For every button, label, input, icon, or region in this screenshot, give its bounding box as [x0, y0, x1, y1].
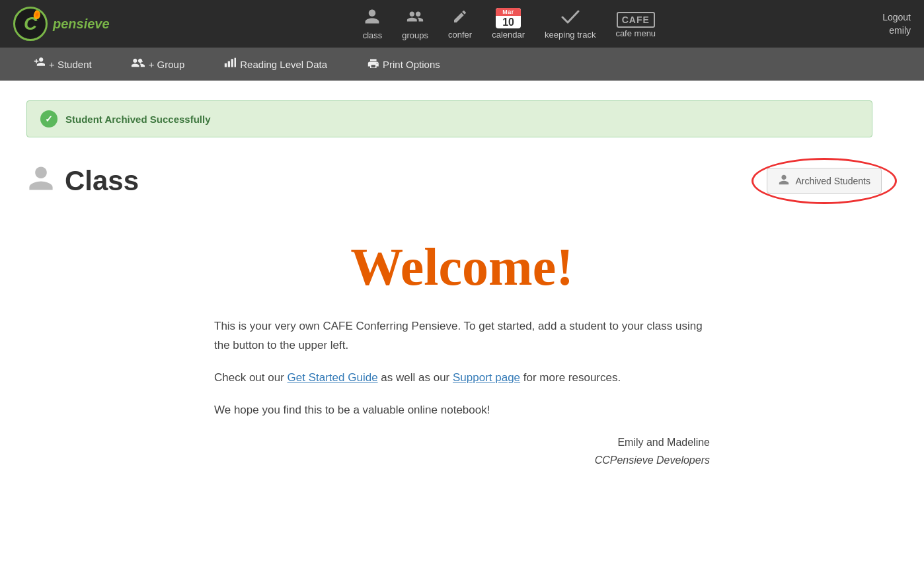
cafe-icon: CAFE [617, 10, 655, 27]
nav-item-calendar-label: calendar [492, 30, 525, 40]
class-person-icon [26, 164, 56, 198]
page-title-area: Class [26, 164, 139, 198]
success-message: Student Archived Successfully [65, 114, 211, 125]
welcome-section: Welcome! This is your very own CAFE Conf… [26, 224, 898, 489]
nav-item-cafe-menu-label: cafe menu [615, 28, 656, 38]
welcome-p2-prefix: Check out our [214, 371, 288, 384]
nav-item-keeping-track[interactable]: keeping track [545, 9, 596, 40]
print-icon [367, 57, 379, 71]
nav-item-confer[interactable]: confer [448, 9, 472, 40]
secondary-navigation: + Student + Group Reading Level Data Pri… [0, 48, 924, 81]
svg-rect-1 [228, 61, 230, 67]
welcome-body: This is your very own CAFE Conferring Pe… [214, 317, 710, 469]
user-name: emily [889, 25, 911, 36]
nav-item-cafe-menu[interactable]: CAFE cafe menu [615, 10, 656, 38]
get-started-guide-link[interactable]: Get Started Guide [288, 371, 378, 384]
svg-rect-3 [235, 58, 236, 67]
archived-students-button[interactable]: Archived Students [767, 168, 882, 194]
success-check-icon: ✓ [40, 110, 58, 127]
signature-line-2: CCPensieve Developers [214, 451, 710, 469]
add-student-button[interactable]: + Student [13, 48, 112, 81]
nav-right-area: Logout emily [882, 12, 911, 36]
nav-item-class[interactable]: class [363, 8, 383, 40]
calendar-month: Mar [496, 8, 521, 16]
signature-block: Emily and Madeline CCPensieve Developers [214, 433, 710, 469]
welcome-paragraph-3: We hope you find this to be a valuable o… [214, 401, 710, 420]
groups-icon [406, 8, 424, 29]
archived-students-icon [778, 174, 790, 188]
reading-level-icon [224, 57, 236, 71]
nav-item-groups-label: groups [402, 30, 428, 40]
welcome-p2-suffix: for more resources. [520, 371, 621, 384]
welcome-p2-mid: as well as our [378, 371, 453, 384]
calendar-day: 10 [496, 16, 521, 28]
calendar-box: Mar 10 [496, 8, 521, 28]
print-options-button[interactable]: Print Options [347, 48, 460, 81]
support-page-link[interactable]: Support page [453, 371, 520, 384]
signature-line-1: Emily and Madeline [617, 437, 710, 448]
add-student-label: + Student [49, 59, 92, 70]
print-options-label: Print Options [383, 59, 440, 70]
class-icon [364, 8, 381, 29]
archived-students-label: Archived Students [795, 176, 870, 186]
reading-level-label: Reading Level Data [240, 59, 327, 70]
logo-circle: C [13, 7, 48, 41]
reading-level-data-button[interactable]: Reading Level Data [204, 48, 347, 81]
add-group-icon [132, 57, 145, 71]
logo-text: pensieve [53, 17, 110, 32]
success-banner: ✓ Student Archived Successfully [26, 100, 872, 137]
nav-item-class-label: class [363, 30, 383, 40]
nav-item-calendar[interactable]: Mar 10 calendar [492, 8, 525, 40]
welcome-paragraph-1: This is your very own CAFE Conferring Pe… [214, 317, 710, 355]
logout-button[interactable]: Logout [882, 12, 911, 22]
nav-item-confer-label: confer [448, 30, 472, 40]
main-content: ✓ Student Archived Successfully Class Ar… [0, 81, 924, 580]
nav-items-group: class groups confer Mar 10 calendar [136, 8, 883, 40]
welcome-paragraph-2: Check out our Get Started Guide as well … [214, 369, 710, 388]
archived-btn-wrapper: Archived Students [751, 157, 898, 204]
nav-item-keeping-track-label: keeping track [545, 30, 596, 40]
logo[interactable]: C pensieve [13, 7, 110, 41]
add-group-label: + Group [149, 59, 185, 70]
top-navigation: C pensieve class groups confer [0, 0, 924, 48]
logo-flame-icon [33, 9, 41, 20]
welcome-heading: Welcome! [26, 237, 898, 297]
add-group-button[interactable]: + Group [112, 48, 205, 81]
page-title: Class [65, 165, 139, 197]
svg-rect-2 [231, 59, 233, 67]
confer-icon [452, 9, 468, 28]
keeping-track-icon [561, 9, 580, 28]
svg-rect-0 [225, 63, 227, 67]
add-student-icon [33, 57, 45, 71]
page-header-row: Class Archived Students [26, 157, 898, 204]
nav-item-groups[interactable]: groups [402, 8, 428, 40]
